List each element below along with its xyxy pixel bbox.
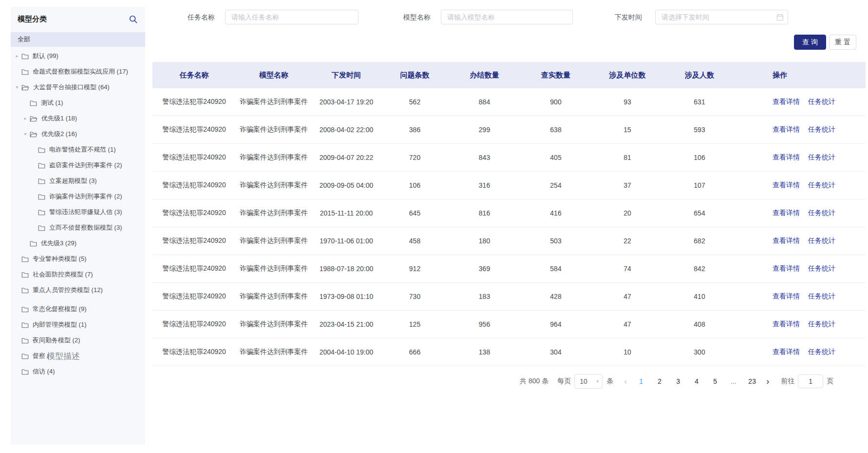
expand-arrow-icon[interactable]: ▾ — [22, 126, 29, 142]
task-stats-link[interactable]: 任务统计 — [808, 98, 835, 105]
tree-item[interactable]: 警综违法犯罪嫌疑人信 (3) — [11, 204, 145, 220]
cell-people-count: 106 — [663, 154, 736, 161]
expand-arrow-icon[interactable]: ▸ — [22, 111, 29, 126]
tree-item[interactable]: 诈骗案件达到刑事案件 (2) — [11, 189, 145, 204]
folder-open-icon — [30, 131, 38, 138]
cell-people-count: 107 — [663, 181, 736, 189]
category-sidebar: 模型分类 全部 ▸ 默认 (99) — [11, 7, 145, 445]
task-stats-link[interactable]: 任务统计 — [808, 292, 835, 300]
tree-item[interactable]: 常态化督察模型 (9) — [11, 301, 145, 317]
cell-people-count: 408 — [663, 320, 736, 328]
pagination-page[interactable]: 4 — [689, 374, 704, 389]
pagination-page[interactable]: 5 — [708, 374, 722, 389]
model-name-input[interactable] — [441, 10, 573, 24]
cell-actions: 查看详情 任务统计 — [736, 181, 866, 190]
column-header: 任务名称 — [152, 71, 236, 80]
tree-item[interactable]: 内部管理类模型 (1) — [11, 317, 145, 333]
tree-item[interactable]: 督察 ( 模型描述 — [11, 348, 145, 364]
tree-item-label: 命题式督察数据模型实战应用 (17) — [33, 67, 128, 76]
task-name-input[interactable] — [225, 10, 359, 24]
cell-unit-count: 10 — [591, 348, 663, 356]
tree-item[interactable]: 盗窃案件达到刑事案件 (2) — [11, 158, 145, 173]
task-stats-link[interactable]: 任务统计 — [808, 320, 835, 328]
expand-arrow-icon[interactable]: ▸ — [14, 48, 20, 64]
view-details-link[interactable]: 查看详情 — [773, 153, 800, 161]
cell-model-name: 诈骗案件达到刑事案件 — [236, 320, 312, 329]
query-button[interactable]: 查 询 — [794, 35, 826, 50]
tree-item[interactable]: 优先级3 (29) — [11, 236, 145, 251]
tree-item-label: 督察 ( — [33, 352, 49, 360]
sidebar-item-all[interactable]: 全部 — [11, 32, 145, 47]
cell-issue-time: 2009-09-05 04:00 — [312, 181, 381, 189]
reset-button[interactable]: 重 置 — [829, 35, 856, 50]
cell-issue-time: 1973-09-08 01:10 — [312, 293, 381, 300]
tree-item[interactable]: ▾ 优先级2 (16) — [11, 126, 145, 142]
prev-page-button[interactable]: ‹ — [619, 374, 632, 389]
next-page-button[interactable]: › — [761, 374, 774, 389]
expand-arrow-icon[interactable]: ▾ — [14, 79, 20, 95]
page-size-select[interactable]: 10 ▾ — [574, 374, 603, 389]
tree-item[interactable]: 命题式督察数据模型实战应用 (17) — [11, 64, 145, 79]
tree-item[interactable]: 立而不侦督察数据模型 (3) — [11, 220, 145, 236]
table-row: 警综违法犯罪240920 诈骗案件达到刑事案件 2008-04-02 22:00… — [152, 116, 866, 144]
cell-verified-count: 638 — [520, 126, 591, 134]
column-header: 问题条数 — [381, 71, 449, 80]
view-details-link[interactable]: 查看详情 — [773, 348, 800, 355]
view-details-link[interactable]: 查看详情 — [773, 264, 800, 272]
view-details-link[interactable]: 查看详情 — [773, 181, 800, 189]
tree-item[interactable]: 信访 (4) — [11, 364, 145, 379]
view-details-link[interactable]: 查看详情 — [773, 292, 800, 300]
pagination: 共 800 条 每页 10 ▾ 条 ‹ 12345...23 › 前往 页 — [520, 374, 833, 389]
tree-item[interactable]: ▸ 默认 (99) — [11, 48, 145, 64]
pagination-page[interactable]: 3 — [671, 374, 685, 389]
task-stats-link[interactable]: 任务统计 — [808, 236, 835, 244]
table-row: 警综违法犯罪240920 诈骗案件达到刑事案件 2009-09-05 04:00… — [152, 172, 866, 199]
pagination-page[interactable]: 23 — [745, 374, 759, 389]
view-details-link[interactable]: 查看详情 — [773, 209, 800, 217]
cell-verified-count: 428 — [520, 293, 591, 300]
folder-closed-icon — [38, 225, 45, 231]
pagination-page[interactable]: 2 — [652, 374, 667, 389]
task-stats-link[interactable]: 任务统计 — [808, 264, 835, 272]
view-details-link[interactable]: 查看详情 — [773, 125, 800, 133]
cell-people-count: 410 — [663, 293, 736, 300]
cell-task-name: 警综违法犯罪240920 — [152, 181, 236, 190]
view-details-link[interactable]: 查看详情 — [773, 236, 800, 244]
column-header: 办结数量 — [449, 71, 520, 80]
cell-unit-count: 81 — [591, 154, 663, 161]
results-table: 任务名称模型名称下发时间问题条数办结数量查实数量涉及单位数涉及人数操作 警综违法… — [152, 62, 866, 366]
task-stats-link[interactable]: 任务统计 — [808, 348, 835, 355]
task-stats-link[interactable]: 任务统计 — [808, 181, 835, 189]
table-row: 警综违法犯罪240920 诈骗案件达到刑事案件 1970-11-06 01:00… — [152, 227, 866, 255]
tree-item[interactable]: ▾ 大监督平台抽接口模型 (64) — [11, 79, 145, 95]
tree-item[interactable]: 专业警种类模型 (5) — [11, 251, 145, 267]
cell-issue-count: 666 — [381, 348, 449, 356]
issue-time-input[interactable] — [655, 10, 788, 24]
tree-item[interactable]: 社会面防控类模型 (7) — [11, 267, 145, 282]
goto-page-input[interactable] — [798, 374, 823, 388]
tree-item[interactable]: 立案超期模型 (3) — [11, 173, 145, 189]
tree-item[interactable]: ▸ 优先级1 (18) — [11, 111, 145, 126]
cell-actions: 查看详情 任务统计 — [736, 348, 866, 356]
task-stats-link[interactable]: 任务统计 — [808, 125, 835, 133]
tree-item[interactable]: 测试 (1) — [11, 95, 145, 111]
tree-item[interactable]: 电诈警情处置不规范 (1) — [11, 142, 145, 158]
tree-item[interactable]: 重点人员管控类模型 (12) — [11, 282, 145, 298]
column-header: 下发时间 — [312, 71, 381, 80]
view-details-link[interactable]: 查看详情 — [773, 320, 800, 328]
pagination-ellipsis: ... — [726, 374, 741, 389]
cell-done-count: 884 — [449, 98, 520, 106]
cell-done-count: 816 — [449, 209, 520, 217]
view-details-link[interactable]: 查看详情 — [773, 98, 800, 105]
cell-issue-time: 2008-04-02 22:00 — [312, 126, 381, 134]
issue-time-label: 下发时间 — [615, 10, 642, 24]
search-icon[interactable] — [129, 15, 137, 23]
folder-closed-icon — [38, 209, 45, 216]
task-stats-link[interactable]: 任务统计 — [808, 153, 835, 161]
cell-unit-count: 20 — [591, 209, 663, 217]
pagination-page[interactable]: 1 — [634, 374, 648, 389]
tree-item-label: 常态化督察模型 (9) — [33, 305, 87, 314]
task-stats-link[interactable]: 任务统计 — [808, 209, 835, 217]
folder-open-icon — [30, 116, 38, 122]
tree-item[interactable]: 夜间勤务模型 (2) — [11, 333, 145, 348]
